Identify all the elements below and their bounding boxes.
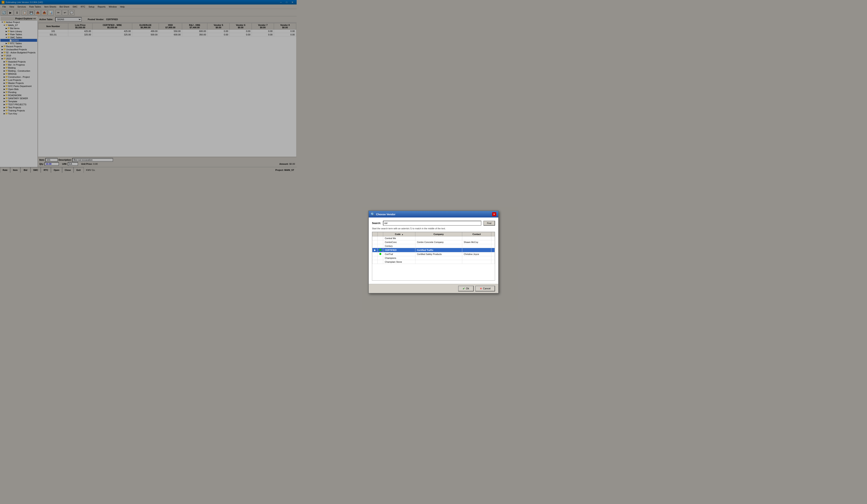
modal-overlay: 🔍 Choose Vendor ✕ Search: Find Start the… xyxy=(0,0,297,173)
